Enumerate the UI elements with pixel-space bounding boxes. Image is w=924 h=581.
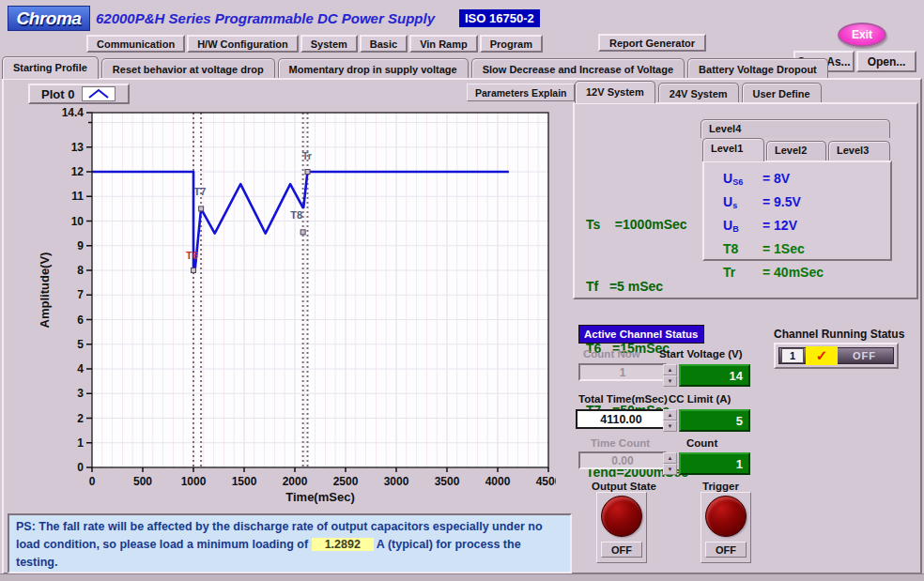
output-state-label: Output State [592, 481, 656, 492]
time-count-label: Time Count [591, 437, 650, 449]
cc-limit-label: CC Limit (A) [669, 393, 731, 405]
svg-text:2500: 2500 [333, 475, 359, 488]
param-ts: Ts =1000mSec [586, 214, 688, 235]
total-time-label: Total Time(mSec) [578, 393, 668, 405]
count-now-label: Count Now [583, 348, 640, 359]
svg-text:0: 0 [89, 475, 96, 488]
channel-number: 1 [781, 348, 804, 363]
svg-text:3000: 3000 [384, 475, 409, 488]
svg-text:7: 7 [77, 288, 84, 301]
test-mode-tabs: Starting Profile Reset behavior at volta… [2, 56, 831, 79]
iso-standard-badge: ISO 16750-2 [459, 9, 540, 27]
cc-limit-spinner[interactable]: ▲▼ [663, 409, 677, 432]
svg-text:10: 10 [71, 215, 85, 228]
svg-text:3500: 3500 [435, 475, 460, 488]
svg-text:13: 13 [71, 141, 85, 154]
start-voltage-control: ▲▼ 14 [663, 364, 750, 387]
start-voltage-field[interactable]: 14 [679, 364, 750, 387]
svg-text:2000: 2000 [283, 475, 308, 488]
exit-button[interactable]: Exit [838, 23, 886, 47]
channel-check-icon: ✓ [806, 346, 838, 365]
tab-level3[interactable]: Level3 [828, 141, 890, 161]
svg-text:Amplitude(V): Amplitude(V) [38, 252, 52, 329]
hw-configuration-button[interactable]: H/W Configuration [187, 35, 299, 53]
time-count-field: 0.00 [578, 451, 667, 469]
count-now-field: 1 [578, 363, 667, 381]
trigger-label: Trigger [702, 481, 739, 492]
tab-level4[interactable]: Level4 [701, 119, 890, 138]
tab-level1[interactable]: Level1 [702, 138, 764, 161]
svg-text:12: 12 [71, 165, 85, 178]
svg-text:8: 8 [77, 264, 84, 277]
param-tf: Tf =5 mSec [586, 276, 688, 297]
svg-text:0: 0 [77, 461, 84, 474]
svg-text:2: 2 [77, 412, 84, 425]
ps-note: PS: The fall rate will be affected by th… [8, 513, 572, 573]
svg-text:Time(mSec): Time(mSec) [285, 490, 354, 504]
svg-text:3: 3 [77, 387, 84, 400]
tab-starting-profile[interactable]: Starting Profile [2, 56, 99, 79]
svg-text:1: 1 [77, 436, 84, 450]
count-field[interactable]: 1 [679, 452, 750, 475]
count-control: ▲▼ 1 [663, 452, 750, 475]
output-state-knob[interactable] [601, 496, 642, 537]
count-label: Count [686, 437, 717, 449]
count-spinner[interactable]: ▲▼ [663, 452, 677, 475]
svg-text:T8: T8 [290, 209, 302, 221]
start-voltage-label: Start Voltage (V) [659, 348, 743, 359]
tab-momentary-drop[interactable]: Momentary drop in supply voltage [278, 58, 469, 79]
svg-text:T7: T7 [194, 186, 207, 197]
tab-level2[interactable]: Level2 [766, 141, 826, 161]
channel-running-status-label: Channel Running Status [774, 328, 904, 341]
level-value-us: Us = 9.5V [704, 192, 890, 216]
svg-text:11: 11 [71, 190, 84, 203]
svg-text:14.4: 14.4 [62, 106, 85, 119]
level-value-ub: UB = 12V [704, 216, 890, 239]
svg-text:5: 5 [77, 338, 84, 351]
svg-text:6: 6 [77, 313, 84, 327]
basic-button[interactable]: Basic [360, 35, 408, 53]
bottom-strip [0, 573, 924, 581]
level-value-t8: T8 = 1Sec [704, 239, 890, 263]
cc-limit-control: ▲▼ 5 [663, 409, 750, 432]
output-state-control: OFF [596, 492, 647, 563]
output-state-indicator: OFF [601, 542, 642, 558]
svg-text:Tr: Tr [302, 150, 313, 161]
svg-text:9: 9 [77, 239, 84, 252]
svg-text:1500: 1500 [232, 475, 257, 488]
channel-running-status-switch[interactable]: 1 ✓ OFF [774, 343, 899, 369]
report-generator-button[interactable]: Report Generator [598, 34, 706, 52]
tab-reset-behavior[interactable]: Reset behavior at voltage drop [101, 58, 275, 79]
trigger-control: OFF [701, 492, 751, 563]
svg-text:500: 500 [133, 475, 152, 488]
waveform-caret-icon [86, 88, 111, 99]
svg-text:1000: 1000 [181, 475, 207, 488]
tab-slow-decrease-increase[interactable]: Slow Decrease and Increase of Voltage [471, 58, 685, 79]
waveform-chart: 05001000150020002500300035004000450014.4… [34, 99, 556, 507]
communication-button[interactable]: Communication [86, 35, 185, 53]
program-button[interactable]: Program [480, 35, 543, 53]
active-channel-status-header: Active Channel Status [578, 325, 704, 344]
system-button[interactable]: System [300, 35, 358, 53]
level-value-us6: US6 = 8V [704, 169, 890, 192]
tab-battery-voltage-dropout[interactable]: Battery Voltage Dropout [687, 58, 828, 79]
open-button[interactable]: Open... [856, 51, 916, 72]
app-window: { "header": { "logo_text": "Chroma", "ti… [0, 0, 924, 581]
system-tabs: 12V System 24V System User Define [575, 83, 824, 103]
start-voltage-spinner[interactable]: ▲▼ [663, 364, 677, 387]
tab-24v-system[interactable]: 24V System [658, 83, 739, 103]
app-title: 62000P&H Series Programmable DC Power Su… [96, 10, 435, 26]
trigger-indicator: OFF [705, 542, 747, 558]
svg-text:4000: 4000 [485, 475, 511, 488]
trigger-knob[interactable] [705, 496, 747, 537]
channel-state: OFF [838, 350, 891, 361]
total-time-field[interactable]: 4110.00 [576, 409, 667, 429]
tab-user-define[interactable]: User Define [742, 83, 822, 103]
level1-values-panel: US6 = 8V Us = 9.5V UB = 12V T8 = 1Sec Tr… [702, 161, 892, 261]
tab-12v-system[interactable]: 12V System [575, 81, 655, 103]
cc-limit-field[interactable]: 5 [679, 409, 750, 432]
svg-text:4500: 4500 [536, 475, 556, 488]
level-value-tr: Tr = 40mSec [704, 263, 890, 286]
min-loading-value: 1.2892 [312, 538, 374, 551]
vin-ramp-button[interactable]: Vin Ramp [409, 35, 478, 53]
